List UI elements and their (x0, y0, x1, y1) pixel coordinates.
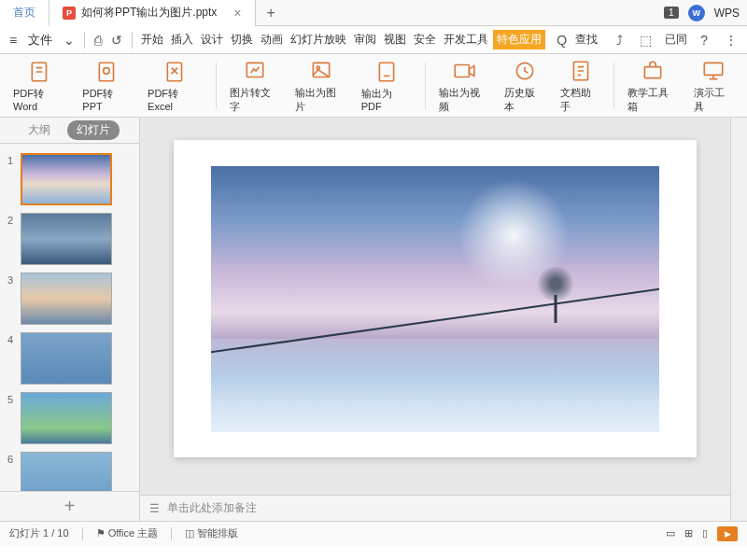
menu-insert[interactable]: 插入 (168, 32, 196, 48)
add-slide-button[interactable]: + (0, 491, 139, 521)
help-icon[interactable]: ? (697, 33, 712, 48)
ocr-icon (242, 58, 268, 84)
separator (84, 32, 85, 49)
separator (171, 527, 172, 540)
separator (132, 32, 133, 49)
new-tab-button[interactable]: + (256, 0, 287, 26)
slide-image[interactable] (211, 166, 659, 432)
search-icon[interactable]: Q (553, 33, 571, 48)
teaching-toolbox-button[interactable]: 教学工具箱 (620, 54, 685, 117)
more-icon[interactable]: ⋮ (721, 33, 741, 48)
menu-design[interactable]: 设计 (198, 32, 226, 48)
menu-view[interactable]: 视图 (381, 32, 409, 48)
menu-slideshow[interactable]: 幻灯片放映 (288, 32, 349, 48)
preview-icon[interactable]: ↺ (107, 33, 126, 48)
slide-thumbnail-4[interactable] (21, 332, 112, 385)
wps-logo-icon[interactable]: W (688, 5, 705, 21)
slide-thumbnail-3[interactable] (21, 273, 112, 325)
thumbnail-row: 6 (0, 448, 139, 491)
image-to-text-button[interactable]: 图片转文字 (222, 54, 288, 117)
export-pdf-button[interactable]: 输出为PDF (354, 54, 419, 117)
slide-thumbnail-2[interactable] (21, 213, 112, 265)
notes-placeholder: 单击此处添加备注 (167, 500, 257, 516)
thumbnail-list[interactable]: 1 2 3 4 5 6 (0, 144, 139, 491)
menu-bar: ≡ 文件 ⌄ ⎙ ↺ 开始 插入 设计 切换 动画 幻灯片放映 审阅 视图 安全… (0, 26, 747, 54)
menu-special-apps[interactable]: 特色应用 (493, 30, 545, 49)
tab-home-label: 首页 (13, 5, 35, 21)
export-image-button[interactable]: 输出为图片 (288, 54, 353, 117)
presentation-tools-button[interactable]: 演示工具 (686, 54, 741, 117)
current-slide[interactable] (174, 140, 697, 457)
menu-transition[interactable]: 切换 (228, 32, 256, 48)
svg-rect-11 (645, 66, 661, 77)
brand-label: WPS (714, 7, 740, 20)
notification-badge[interactable]: 1 (664, 7, 679, 19)
menu-start[interactable]: 开始 (138, 32, 166, 48)
workspace: 大纲 幻灯片 1 2 3 4 5 6 + ☰ 单击此处添加备注 (0, 118, 747, 521)
canvas-area: ☰ 单击此处添加备注 (140, 118, 730, 521)
thumbnail-row: 1 (0, 149, 139, 209)
export-video-button[interactable]: 输出为视频 (431, 54, 497, 117)
tab-document[interactable]: P 如何将PPT输出为图片.pptx × (49, 0, 256, 26)
search-label[interactable]: 查找 (572, 32, 600, 48)
ribbon-toolbar: PDF转Word PDF转PPT PDF转Excel 图片转文字 输出为图片 输… (0, 54, 747, 118)
view-reading-icon[interactable]: ▯ (702, 527, 708, 539)
canvas-viewport[interactable] (140, 118, 730, 495)
notes-pane[interactable]: ☰ 单击此处添加备注 (140, 495, 730, 521)
slide-number: 2 (7, 213, 21, 226)
pdf-ppt-icon (94, 59, 120, 85)
menu-devtools[interactable]: 开发工具 (441, 32, 491, 48)
slide-thumbnail-6[interactable] (21, 452, 112, 491)
slide-thumbnail-1[interactable] (21, 153, 112, 205)
pdf-to-ppt-button[interactable]: PDF转PPT (75, 54, 140, 117)
fence-graphic (211, 286, 659, 431)
thumbnail-row: 5 (0, 388, 139, 448)
svg-rect-12 (704, 63, 723, 75)
notes-icon: ☰ (149, 502, 160, 515)
smart-layout[interactable]: ◫ 智能排版 (185, 526, 238, 540)
menu-review[interactable]: 审阅 (351, 32, 379, 48)
panel-tabs: 大纲 幻灯片 (0, 118, 139, 144)
presentation-icon (700, 58, 726, 84)
svg-point-2 (104, 68, 110, 75)
ribbon-separator (613, 63, 614, 109)
tab-slides[interactable]: 幻灯片 (67, 120, 120, 140)
view-normal-icon[interactable]: ▭ (666, 527, 675, 539)
ribbon-separator (216, 63, 217, 109)
assistant-icon (568, 58, 594, 84)
tab-outline[interactable]: 大纲 (21, 120, 58, 140)
ppt-file-icon: P (63, 7, 76, 20)
share-icon[interactable]: ⤴ (613, 33, 627, 48)
history-button[interactable]: 历史版本 (497, 54, 552, 117)
slide-position: 幻灯片 1 / 10 (9, 526, 69, 540)
ribbon-separator (425, 63, 426, 109)
pdf-to-excel-button[interactable]: PDF转Excel (140, 54, 210, 117)
toolbox-icon (640, 58, 666, 84)
slide-number: 5 (7, 392, 21, 405)
slideshow-button[interactable]: ▶ (717, 526, 738, 541)
svg-point-6 (317, 66, 319, 69)
view-sorter-icon[interactable]: ⊞ (684, 527, 693, 539)
slide-panel: 大纲 幻灯片 1 2 3 4 5 6 + (0, 118, 140, 521)
status-bar: 幻灯片 1 / 10 ⚑ Office 主题 ◫ 智能排版 ▭ ⊞ ▯ ▶ (0, 521, 747, 545)
print-icon[interactable]: ⎙ (91, 33, 106, 48)
slide-thumbnail-5[interactable] (21, 392, 112, 444)
doc-assistant-button[interactable]: 文档助手 (553, 54, 608, 117)
save-icon[interactable]: ⬚ (636, 33, 655, 48)
dropdown-icon[interactable]: ⌄ (60, 33, 78, 48)
thumbnail-row: 3 (0, 269, 139, 329)
sync-label: 已同 (665, 32, 687, 48)
document-title: 如何将PPT输出为图片.pptx (81, 5, 217, 21)
svg-rect-7 (379, 63, 393, 81)
slide-number: 4 (7, 332, 21, 345)
pdf-to-word-button[interactable]: PDF转Word (6, 54, 75, 117)
slide-number: 1 (7, 153, 21, 166)
tab-home[interactable]: 首页 (0, 0, 49, 26)
menu-security[interactable]: 安全 (411, 32, 439, 48)
theme-label: ⚑ Office 主题 (96, 526, 159, 540)
right-rail[interactable] (730, 118, 747, 521)
menu-animation[interactable]: 动画 (258, 32, 286, 48)
close-tab-icon[interactable]: × (233, 6, 241, 21)
file-menu[interactable]: 文件 (22, 32, 58, 49)
hamburger-icon[interactable]: ≡ (6, 33, 21, 48)
